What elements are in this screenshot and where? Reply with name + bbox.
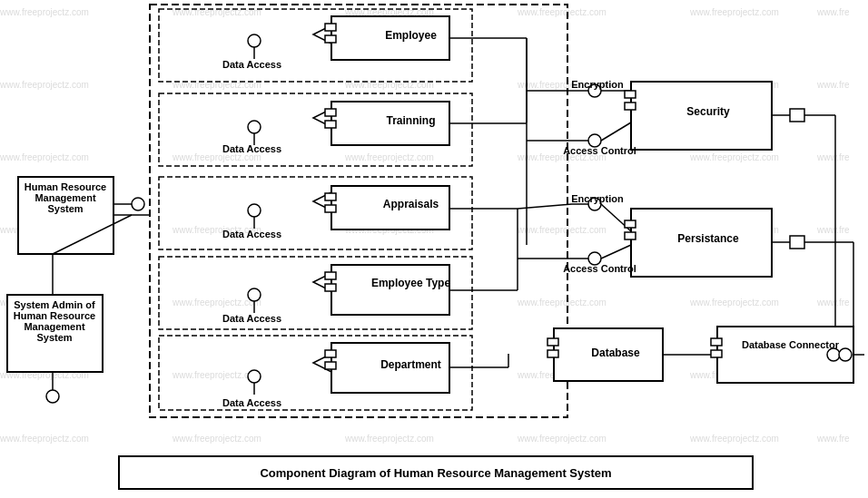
caption-box: Component Diagram of Human Resource Mana… [118, 455, 754, 490]
svg-rect-83 [711, 338, 722, 346]
watermark: www.freeprojectz.com [518, 298, 607, 308]
db-connector-label: Database Connector [734, 339, 847, 350]
svg-rect-10 [159, 257, 472, 329]
svg-rect-56 [625, 103, 636, 110]
svg-rect-27 [325, 272, 336, 279]
data-access-5-label: Data Access [218, 397, 286, 408]
watermark: www.freeprojectz.com [173, 434, 261, 444]
encryption-1-label: Encryption [561, 79, 634, 90]
svg-rect-58 [790, 109, 804, 122]
watermark: www.freeprojectz.com [0, 7, 89, 17]
watermark: www.freeprojectz.com [518, 434, 607, 444]
svg-rect-6 [150, 5, 567, 417]
watermark: www.fre [817, 152, 850, 162]
watermark: www.freeprojectz.com [345, 298, 434, 308]
watermark: www.freeprojectz.com [690, 370, 779, 380]
svg-rect-19 [325, 35, 336, 43]
svg-point-39 [248, 288, 261, 301]
training-label: Trainning [354, 114, 468, 127]
watermark: www.fre [817, 298, 850, 308]
watermark: www.fre [817, 370, 850, 380]
svg-point-2 [132, 198, 144, 210]
svg-line-70 [601, 245, 631, 259]
svg-rect-18 [325, 24, 336, 31]
employee-type-label: Employee Type [354, 277, 468, 289]
watermark: www.freeprojectz.com [173, 80, 261, 90]
svg-point-41 [248, 370, 261, 383]
watermark: www.freeprojectz.com [518, 7, 607, 17]
svg-line-63 [518, 204, 572, 209]
hrms-label: Human Resource Management System [20, 181, 111, 214]
watermark: www.freeprojectz.com [0, 80, 89, 90]
svg-rect-80 [547, 350, 558, 357]
svg-rect-82 [717, 327, 853, 383]
svg-rect-28 [325, 284, 336, 291]
watermark: www.freeprojectz.com [690, 298, 779, 308]
department-label: Department [354, 358, 468, 371]
svg-rect-22 [325, 121, 336, 128]
data-access-1-label: Data Access [218, 59, 286, 70]
persistance-label: Persistance [649, 232, 767, 245]
watermark: www.freeprojectz.com [0, 370, 89, 380]
watermark: www.freeprojectz.com [173, 370, 261, 380]
data-access-4-label: Data Access [218, 313, 286, 324]
watermark: www.freeprojectz.com [690, 434, 779, 444]
watermark: www.freeprojectz.com [345, 434, 434, 444]
svg-rect-73 [625, 232, 636, 239]
watermark: www.fre [817, 7, 850, 17]
access-control-1-label: Access Control [561, 145, 638, 156]
security-label: Security [654, 105, 763, 118]
data-access-3-label: Data Access [218, 229, 286, 239]
svg-point-37 [248, 204, 261, 217]
watermark: www.freeprojectz.com [690, 80, 779, 90]
watermark: www.freeprojectz.com [345, 7, 434, 17]
svg-marker-12 [313, 25, 331, 44]
watermark: www.freeprojectz.com [173, 298, 261, 308]
watermark: www.freeprojectz.com [518, 225, 607, 235]
svg-line-66 [601, 204, 631, 231]
svg-rect-79 [547, 338, 558, 346]
watermark: www.freeprojectz.com [345, 225, 434, 235]
svg-rect-11 [159, 336, 472, 410]
svg-rect-7 [159, 9, 472, 82]
svg-marker-15 [313, 273, 331, 291]
svg-line-94 [53, 215, 132, 254]
svg-point-5 [46, 390, 59, 403]
watermark: www.fre [817, 80, 850, 90]
watermark: www.freeprojectz.com [690, 152, 779, 162]
caption-text: Component Diagram of Human Resource Mana… [260, 466, 611, 480]
svg-marker-14 [313, 192, 331, 210]
svg-rect-8 [159, 93, 472, 166]
svg-rect-26 [331, 265, 449, 315]
svg-rect-21 [325, 109, 336, 116]
svg-point-87 [839, 348, 852, 361]
employee-label: Employee [354, 29, 468, 42]
svg-rect-55 [625, 91, 636, 98]
svg-rect-72 [625, 220, 636, 228]
svg-line-53 [601, 122, 631, 141]
data-access-2-label: Data Access [218, 143, 286, 154]
sys-admin-label: System Admin of Human Resource Managemen… [9, 299, 100, 343]
svg-rect-30 [325, 350, 336, 357]
watermark: www.freeprojectz.com [0, 225, 89, 235]
watermark: www.freeprojectz.com [0, 152, 89, 162]
svg-point-35 [248, 121, 261, 133]
watermark: www.freeprojectz.com [345, 152, 434, 162]
watermark: www.fre [817, 434, 850, 444]
watermark: www.freeprojectz.com [345, 370, 434, 380]
svg-marker-13 [313, 109, 331, 127]
watermark: www.freeprojectz.com [518, 370, 607, 380]
encryption-2-label: Encryption [561, 193, 634, 204]
svg-rect-84 [711, 350, 722, 357]
svg-point-86 [827, 348, 840, 361]
access-control-2-label: Access Control [561, 263, 638, 274]
watermark: www.freeprojectz.com [690, 7, 779, 17]
svg-rect-75 [790, 236, 804, 249]
watermark: www.freeprojectz.com [0, 434, 89, 444]
svg-rect-25 [325, 205, 336, 212]
svg-rect-24 [325, 193, 336, 200]
svg-point-33 [248, 34, 261, 47]
diagram-svg [0, 0, 868, 498]
watermark: www.freeprojectz.com [173, 7, 261, 17]
svg-rect-31 [325, 362, 336, 369]
